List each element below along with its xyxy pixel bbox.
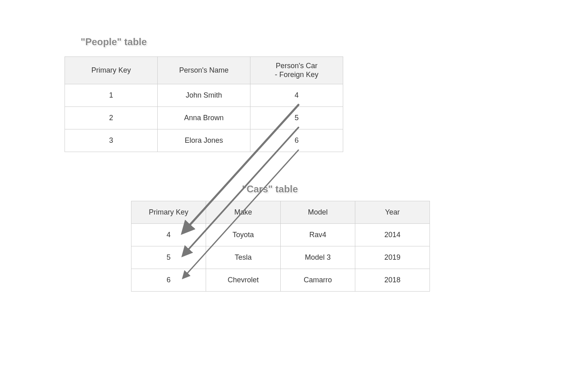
table-row: 6 Chevrolet Camarro 2018 [131,269,430,292]
cars-cell-make: Toyota [206,224,281,246]
cars-table-title: "Cars" table [242,183,298,195]
people-header-name: Person's Name [158,57,250,84]
people-header-fk: Person's Car- Foreign Key [250,57,343,84]
cars-header-model: Model [281,201,355,224]
cars-cell-pk: 6 [131,269,206,292]
cars-table: Primary Key Make Model Year 4 Toyota Rav… [131,201,430,292]
table-row: 2 Anna Brown 5 [65,107,343,129]
cars-cell-year: 2014 [355,224,430,246]
cars-cell-year: 2018 [355,269,430,292]
people-cell-fk: 5 [250,107,343,129]
cars-cell-model: Camarro [281,269,355,292]
cars-cell-make: Chevrolet [206,269,281,292]
people-cell-name: Anna Brown [158,107,250,129]
table-row: 4 Toyota Rav4 2014 [131,224,430,246]
cars-cell-model: Rav4 [281,224,355,246]
people-cell-pk: 1 [65,84,158,107]
people-cell-name: John Smith [158,84,250,107]
cars-cell-make: Tesla [206,246,281,269]
people-table-title: "People" table [81,36,147,48]
cars-header-pk: Primary Key [131,201,206,224]
cars-cell-pk: 5 [131,246,206,269]
cars-header-make: Make [206,201,281,224]
cars-cell-year: 2019 [355,246,430,269]
table-row: 3 Elora Jones 6 [65,129,343,152]
people-cell-fk: 4 [250,84,343,107]
people-header-pk: Primary Key [65,57,158,84]
people-cell-name: Elora Jones [158,129,250,152]
people-table: Primary Key Person's Name Person's Car- … [65,56,343,152]
table-row: 5 Tesla Model 3 2019 [131,246,430,269]
cars-header-year: Year [355,201,430,224]
cars-cell-pk: 4 [131,224,206,246]
table-row: 1 John Smith 4 [65,84,343,107]
cars-cell-model: Model 3 [281,246,355,269]
people-cell-fk: 6 [250,129,343,152]
people-cell-pk: 2 [65,107,158,129]
people-cell-pk: 3 [65,129,158,152]
